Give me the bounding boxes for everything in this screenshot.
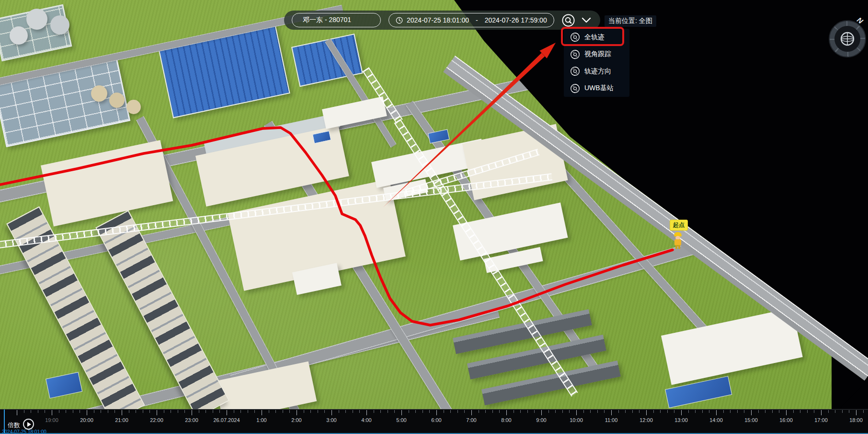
map-pond — [46, 372, 82, 399]
map-yard — [41, 140, 173, 226]
timeline-tick — [17, 410, 17, 415]
timeline-tick — [527, 410, 528, 413]
timeline-tick — [737, 410, 738, 413]
map-3d-viewport[interactable] — [0, 0, 868, 434]
timeline-tick — [234, 410, 234, 413]
menu-item-full-trajectory[interactable]: 全轨迹 — [564, 29, 629, 46]
timeline-tick — [59, 410, 59, 413]
timeline-tick — [199, 410, 199, 413]
timeline-tick — [429, 410, 430, 413]
timeline-tick — [856, 410, 857, 415]
map-storage-tank — [50, 15, 69, 35]
time-range-end: 2024-07-26 17:59:00 — [485, 16, 547, 24]
person-selector[interactable]: 邓一东 - 280701 — [292, 13, 381, 27]
timeline-tick-label: 23:00 — [175, 417, 208, 423]
timeline-tick — [318, 410, 318, 413]
timeline-tick — [723, 410, 724, 413]
timeline-tick — [136, 410, 136, 413]
timeline-tick — [366, 410, 367, 415]
timeline-tick — [569, 410, 570, 413]
timeline-tick-label: 21:00 — [105, 417, 138, 423]
timeline-tick — [479, 410, 479, 413]
locate-magnifier-icon — [562, 14, 575, 27]
timeline-tick — [213, 410, 213, 413]
timeline-tick — [730, 410, 731, 413]
timeline-tick — [660, 410, 661, 413]
timeline-tick — [157, 410, 157, 415]
timeline-tick — [786, 410, 787, 415]
timeline-tick — [814, 410, 814, 413]
timeline-tick — [80, 410, 80, 413]
timeline-tick-label: 20:00 — [70, 417, 103, 423]
timeline-tick — [793, 410, 794, 413]
menu-item-uwb-station[interactable]: UWB基站 — [564, 80, 629, 97]
compass-crosshair-icon — [839, 30, 856, 47]
timeline-tick — [423, 410, 423, 413]
timeline-tick — [304, 410, 304, 413]
timeline-tick — [464, 410, 465, 413]
timeline-tick — [632, 410, 633, 413]
trajectory-direction-icon — [570, 66, 580, 76]
timeline-tick — [409, 410, 409, 413]
timeline-tick — [639, 410, 640, 413]
timeline-tick — [835, 410, 835, 413]
timeline-tick — [359, 410, 360, 413]
map-digester-tank — [126, 100, 141, 114]
timeline-tick — [485, 410, 486, 413]
timeline-tick — [339, 410, 339, 413]
toolbar: 邓一东 - 280701 2024-07-25 18:01:00 - 2024-… — [284, 11, 600, 30]
menu-item-view-tracking[interactable]: 视角跟踪 — [564, 46, 629, 63]
timeline-tick-label: 7:00 — [455, 417, 488, 423]
compass-widget[interactable]: N — [829, 20, 866, 58]
menu-item-label: 视角跟踪 — [584, 50, 611, 59]
locate-mode-button[interactable] — [562, 14, 575, 27]
timeline-tick — [709, 410, 709, 413]
timeline-tick — [297, 410, 297, 415]
worker-legs — [675, 245, 680, 249]
timeline-tick — [24, 410, 24, 413]
dropdown-toggle-button[interactable] — [582, 17, 591, 23]
menu-item-trajectory-direction[interactable]: 轨迹方向 — [564, 63, 629, 80]
view-tracking-icon — [570, 49, 580, 59]
timeline-tick-label: 1:00 — [245, 417, 278, 423]
timeline-tick-label: 8:00 — [490, 417, 523, 423]
timeline-tick — [415, 410, 416, 413]
worker-body — [674, 239, 681, 246]
timeline-bar[interactable]: 19:0020:0021:0022:0023:0026.07.20241:002… — [0, 409, 868, 434]
timeline-tick — [821, 410, 822, 415]
time-range-picker[interactable]: 2024-07-25 18:01:00 - 2024-07-26 17:59:0… — [388, 13, 554, 27]
timeline-tick — [744, 410, 744, 413]
timeline-tick-label: 18:00 — [839, 417, 868, 423]
timeline-tick — [380, 410, 381, 413]
timeline-tick — [828, 410, 829, 413]
timeline-tick — [562, 410, 563, 413]
timeline-tick — [240, 410, 241, 413]
timeline-tick-label: 4:00 — [350, 417, 383, 423]
timeline-tick — [101, 410, 101, 413]
uwb-station-icon — [570, 83, 580, 94]
timeline-tick — [450, 410, 451, 413]
timeline-tick-label: 9:00 — [525, 417, 558, 423]
timeline-tick — [269, 410, 269, 413]
timeline-tick — [248, 410, 248, 413]
map-storage-tank — [10, 26, 28, 45]
timeline-tick — [681, 410, 682, 415]
timeline-tick-label: 19:00 — [35, 417, 69, 423]
timeline-tick — [514, 410, 514, 413]
timeline-tick — [695, 410, 696, 413]
timeline-tick — [73, 410, 73, 413]
playback-speed-label: 倍数 — [8, 421, 20, 430]
timeline-tick — [604, 410, 605, 413]
timeline-tick — [863, 410, 864, 413]
play-button[interactable] — [23, 419, 34, 430]
timeline-tick — [114, 410, 115, 413]
timeline-tick — [800, 410, 800, 413]
timeline-tick — [471, 410, 472, 415]
timeline-tick — [758, 410, 759, 413]
timeline-tick — [444, 410, 444, 413]
time-range-separator: - — [476, 16, 478, 24]
timeline-tick — [275, 410, 276, 413]
timeline-tick-label: 10:00 — [560, 417, 593, 423]
timeline-tick — [590, 410, 591, 413]
clock-icon — [396, 17, 403, 24]
